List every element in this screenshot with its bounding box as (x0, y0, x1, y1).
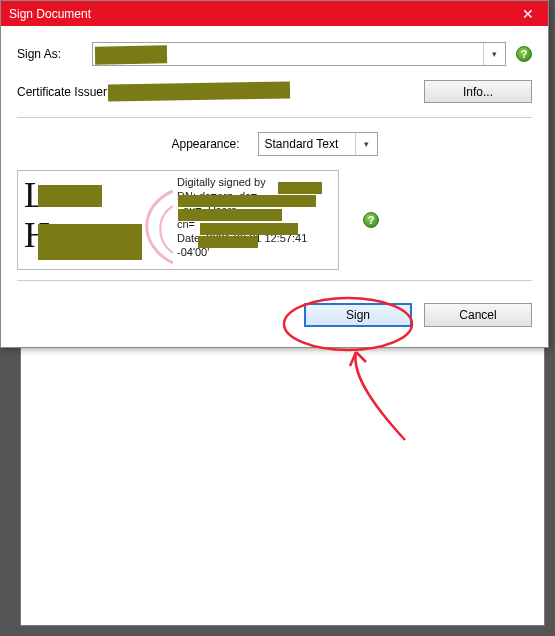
preview-initial-2: H (24, 215, 167, 255)
dialog-content: Sign As: ▾ ? Certificate Issuer: Info...… (1, 26, 548, 347)
help-icon[interactable]: ? (363, 212, 379, 228)
appearance-label: Appearance: (171, 137, 239, 151)
preview-name-graphic: L H (18, 171, 173, 269)
sign-as-row: Sign As: ▾ ? (17, 42, 532, 66)
chevron-down-icon: ▾ (483, 43, 505, 65)
window-title: Sign Document (9, 7, 91, 21)
cn-text: cn= (177, 218, 195, 230)
preview-row: L H Digitally signed by DN: dc=org, dc= … (17, 170, 532, 270)
issuer-row: Certificate Issuer: Info... (17, 80, 532, 103)
action-row: Sign Cancel (17, 295, 532, 331)
tz-text: -04'00' (177, 245, 334, 259)
dn-text: DN: dc=org, dc= (177, 190, 257, 202)
help-icon[interactable]: ? (516, 46, 532, 62)
appearance-value: Standard Text (265, 137, 339, 151)
divider (17, 117, 532, 118)
cancel-button[interactable]: Cancel (424, 303, 532, 327)
close-icon: ✕ (522, 6, 534, 22)
date-text: Date: 2021.09.21 12:57:41 (177, 231, 334, 245)
users-text: , Users, (202, 204, 240, 216)
ou-text: , ou= (177, 204, 202, 216)
preview-initial-1: L (24, 175, 167, 215)
chevron-down-icon: ▾ (355, 133, 377, 155)
close-button[interactable]: ✕ (508, 1, 548, 26)
titlebar: Sign Document ✕ (1, 1, 548, 26)
issuer-label: Certificate Issuer: (17, 85, 122, 99)
sign-as-select[interactable]: ▾ (92, 42, 506, 66)
signature-preview: L H Digitally signed by DN: dc=org, dc= … (17, 170, 339, 270)
sign-as-label: Sign As: (17, 47, 92, 61)
info-button[interactable]: Info... (424, 80, 532, 103)
sign-document-dialog: Sign Document ✕ Sign As: ▾ ? Certificate… (0, 0, 549, 348)
appearance-row: Appearance: Standard Text ▾ (17, 132, 532, 156)
divider (17, 280, 532, 281)
appearance-select[interactable]: Standard Text ▾ (258, 132, 378, 156)
signed-by-text: Digitally signed by (177, 176, 266, 188)
sign-button[interactable]: Sign (304, 303, 412, 327)
preview-details: Digitally signed by DN: dc=org, dc= , ou… (173, 171, 338, 269)
